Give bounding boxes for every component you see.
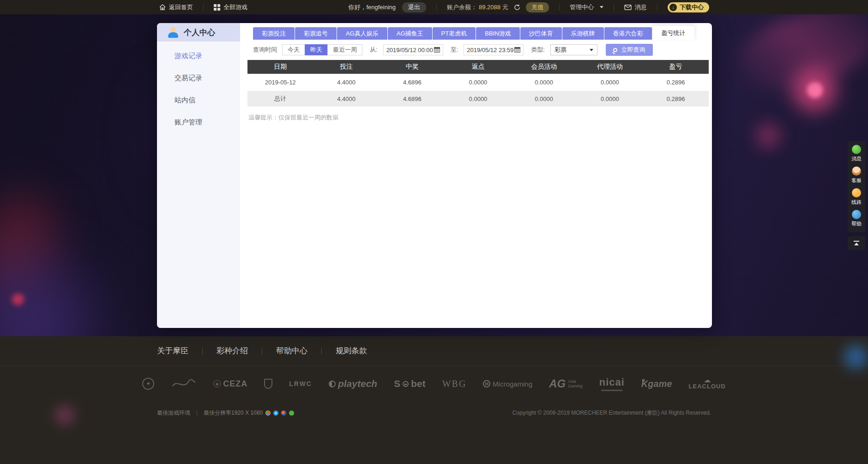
messages-link[interactable]: 消息 xyxy=(624,3,647,12)
bokeh-maroon xyxy=(0,184,70,309)
footer-link-help-center[interactable]: 帮助中心 xyxy=(276,345,307,356)
search-button-label: 立即查询 xyxy=(621,46,645,54)
download-icon: ↓ xyxy=(669,4,677,11)
footer-link-lottery-intro[interactable]: 彩种介绍 xyxy=(217,345,248,356)
date-to-input[interactable]: 2019/05/12 23:59 xyxy=(464,44,524,55)
logo-lrwc: LRWC xyxy=(289,380,312,387)
bokeh-streak xyxy=(731,0,868,103)
sidebar-item-account-management[interactable]: 账户管理 xyxy=(157,111,240,133)
sidebar-list: 游戏记录 交易记录 站内信 账户管理 xyxy=(157,42,240,133)
chevron-down-icon xyxy=(600,6,603,8)
download-center-button[interactable]: ↓ 下载中心 xyxy=(668,2,709,12)
all-games-link[interactable]: 全部游戏 xyxy=(214,3,247,12)
tab-hk-mark-six[interactable]: 香港六合彩 xyxy=(604,27,652,40)
yesterday-button[interactable]: 昨天 xyxy=(305,44,328,55)
bokeh-pink-large xyxy=(793,68,836,111)
table-cell: 0.0000 xyxy=(511,74,577,91)
top-bar: 返回首页 全部游戏 你好，fengfeining 退出 账户余额： 89.208… xyxy=(0,0,868,14)
search-button[interactable]: 立即查询 xyxy=(606,44,653,56)
greeting-text: 你好，fengfeining xyxy=(348,3,396,12)
back-home-label: 返回首页 xyxy=(169,3,193,12)
sidebar: 个人中心 游戏记录 交易记录 站内信 账户管理 xyxy=(157,23,240,328)
table-cell: 0.0000 xyxy=(445,91,511,107)
tab-lottery-chase[interactable]: 彩票追号 xyxy=(295,27,337,40)
calendar-icon[interactable] xyxy=(514,47,520,53)
balance-unit: 元 xyxy=(502,3,508,12)
table-cell: 4.6896 xyxy=(379,91,445,107)
float-customer-service-button[interactable]: 客服 xyxy=(851,167,862,184)
logo-script-brand xyxy=(171,378,197,389)
recharge-button[interactable]: 充值 xyxy=(526,2,549,12)
divider xyxy=(202,347,203,355)
bokeh-red-dot xyxy=(12,293,24,305)
logo-asia-gaming: AGAsiaGaming xyxy=(549,377,583,390)
today-button[interactable]: 今天 xyxy=(282,44,305,55)
partner-logos: ✦ ◉CEZA LRWC playtech Sbet WBG MMicrogam… xyxy=(0,366,868,402)
calendar-icon[interactable] xyxy=(434,47,440,53)
divider xyxy=(559,4,560,11)
balance-label: 账户余额： xyxy=(447,3,477,12)
sidebar-item-site-mail[interactable]: 站内信 xyxy=(157,89,240,111)
float-messages-button[interactable]: 消息 xyxy=(851,145,862,162)
col-winnings: 中奖 xyxy=(379,60,445,74)
date-from-input[interactable]: 2019/05/12 00:00 xyxy=(383,44,443,55)
back-home-link[interactable]: 返回首页 xyxy=(159,3,193,12)
messages-label: 消息 xyxy=(635,3,647,12)
sidebar-item-transaction-records[interactable]: 交易记录 xyxy=(157,67,240,89)
tab-ag-live[interactable]: AG真人娱乐 xyxy=(337,27,387,40)
query-time-label: 查询时间 xyxy=(253,46,277,54)
download-center-label: 下载中心 xyxy=(680,3,704,12)
tab-bbin-games[interactable]: BBIN游戏 xyxy=(476,27,519,40)
footer-link-about[interactable]: 关于摩臣 xyxy=(157,345,188,356)
tab-leyou-chess[interactable]: 乐游棋牌 xyxy=(562,27,604,40)
tab-saba-sports[interactable]: 沙巴体育 xyxy=(520,27,562,40)
tab-bar: 彩票投注 彩票追号 AG真人娱乐 AG捕鱼王 PT老虎机 BBIN游戏 沙巴体育… xyxy=(246,23,712,40)
avatar xyxy=(167,26,179,38)
footer-links: 关于摩臣 彩种介绍 帮助中心 规则条款 xyxy=(0,336,868,366)
refresh-icon[interactable] xyxy=(514,4,520,11)
floating-sidebar: 消息 客服 线路 帮助 xyxy=(848,141,865,232)
divider xyxy=(262,347,262,355)
tab-pt-slots[interactable]: PT老虎机 xyxy=(433,27,476,40)
logo-leacloud: ☁LEACLOUD xyxy=(689,378,726,390)
logo-kgame: ♚Kgame xyxy=(641,379,672,389)
logo-crest xyxy=(264,379,272,389)
grid-icon xyxy=(214,4,220,11)
divider xyxy=(436,4,437,11)
table-total-row: 总计 4.4000 4.6896 0.0000 0.0000 0.0000 0.… xyxy=(247,91,709,107)
sidebar-item-game-records[interactable]: 游戏记录 xyxy=(157,45,240,67)
col-member-activity: 会员活动 xyxy=(511,60,577,74)
col-rebate: 返点 xyxy=(445,60,511,74)
best-environment-note: 最佳游戏环境 xyxy=(157,409,190,417)
from-label: 从: xyxy=(370,46,378,54)
logo-ceza: ◉CEZA xyxy=(213,379,247,389)
type-select[interactable]: 彩票 xyxy=(550,44,597,55)
logo-microgaming: MMicrogaming xyxy=(483,380,532,388)
chrome-icon xyxy=(265,410,271,416)
table-cell: 4.4000 xyxy=(313,74,380,91)
date-from-value: 2019/05/12 00:00 xyxy=(386,47,433,54)
logo-wbg: WBG xyxy=(442,379,467,389)
float-lines-button[interactable]: 线路 xyxy=(851,188,862,206)
search-icon xyxy=(613,48,617,52)
tab-lottery-bets[interactable]: 彩票投注 xyxy=(253,27,295,40)
float-help-button[interactable]: 帮助 xyxy=(851,210,862,227)
admin-center-menu[interactable]: 管理中心 xyxy=(570,3,603,12)
logout-button[interactable]: 退出 xyxy=(402,2,426,12)
divider xyxy=(657,4,657,11)
table-cell: 0.2896 xyxy=(643,91,709,107)
qq-browser-icon xyxy=(289,410,294,416)
bokeh-pink-bright xyxy=(807,82,823,98)
back-to-top-button[interactable] xyxy=(848,236,865,250)
query-bar: 查询时间 今天 昨天 最近一周 从: 2019/05/12 00:00 至: 2… xyxy=(253,44,712,56)
last-week-button[interactable]: 最近一周 xyxy=(327,44,362,55)
tab-ag-fishing[interactable]: AG捕鱼王 xyxy=(388,27,432,40)
tab-profit-loss-stats[interactable]: 盈亏统计 xyxy=(652,25,695,40)
balance-value: 89.2088 xyxy=(479,4,500,11)
bokeh-magenta-small xyxy=(756,124,780,148)
all-games-label: 全部游戏 xyxy=(223,3,247,12)
type-select-value: 彩票 xyxy=(555,46,567,54)
sidebar-header: 个人中心 xyxy=(157,23,240,42)
table-cell: 0.0000 xyxy=(511,91,577,107)
footer-link-rules-terms[interactable]: 规则条款 xyxy=(336,345,367,356)
